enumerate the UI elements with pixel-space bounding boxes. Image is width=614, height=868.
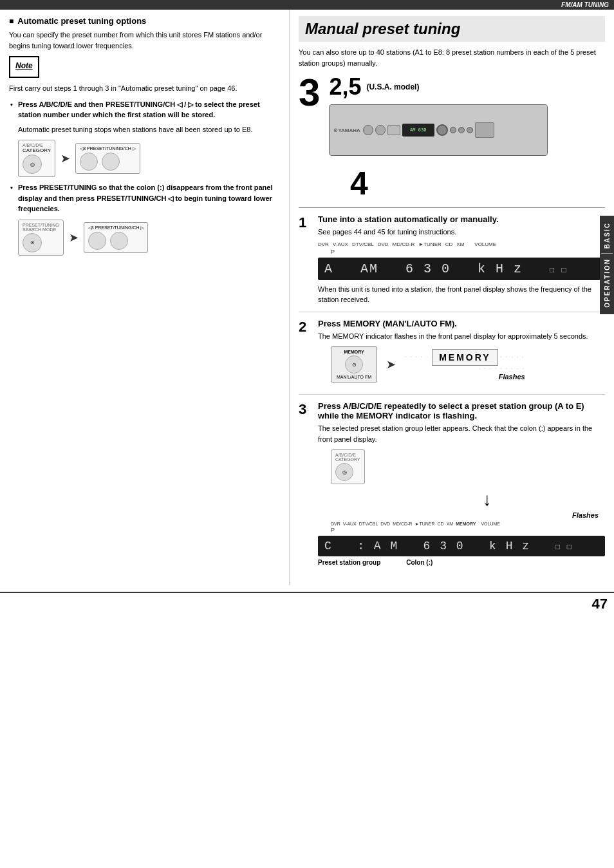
- step-3-body: The selected preset station group letter…: [318, 423, 605, 444]
- side-tab-operation: OPERATION: [604, 258, 611, 308]
- step-3-heading: Press A/B/C/D/E repeatedly to select a p…: [318, 401, 605, 420]
- diagram-box-abcde: A/B/C/D/E CATEGORY ◎: [18, 140, 55, 177]
- preset-station-caption: Preset station group: [318, 559, 380, 566]
- note-box: Note: [9, 56, 39, 78]
- step-3-preset-display: C : A M 6 3 0 k H z □ □: [318, 536, 605, 556]
- manual-preset-title: Manual preset tuning: [299, 16, 605, 42]
- main-content: Automatic preset tuning options You can …: [0, 10, 614, 585]
- step-2-content: Press MEMORY (MAN'L/AUTO FM). The MEMORY…: [318, 319, 605, 388]
- memory-display-box: MEMORY: [432, 349, 498, 366]
- step-3: 3 Press A/B/C/D/E repeatedly to select a…: [299, 401, 605, 572]
- step-2-flashes-label: Flashes: [499, 373, 525, 381]
- arrow-2: ➤: [69, 231, 79, 245]
- step-2-body: The MEMORY indicator flashes in the fron…: [318, 331, 605, 342]
- top-banner: FM/AM TUNING: [0, 0, 614, 10]
- step-1-content: Tune into a station automatically or man…: [318, 214, 605, 305]
- step-2-heading: Press MEMORY (MAN'L/AUTO FM).: [318, 319, 605, 328]
- step-3-top-labels: DVR V-AUX DTV/CBL DVD MD/CD-R ►TUNER CD …: [331, 522, 605, 526]
- receiver-diagram-top: ⊙YAMAHA AM 630: [329, 104, 548, 156]
- abcde-diagram: A/B/C/D/E CATEGORY ◎: [331, 449, 605, 484]
- memory-text: MEMORY: [439, 352, 490, 363]
- memory-button-box: MEMORY ⊙ MAN'L/AUTO FM: [331, 346, 377, 382]
- step-1-display-labels: DVR V-AUX DTV/CBL DVD MD/CD-R ►TUNER CD …: [318, 241, 605, 247]
- bullet-sub-1: Automatic preset tuning stops when stati…: [9, 124, 280, 135]
- step-num-3-large: 3: [299, 73, 320, 112]
- step-1-frequency-display: A AM 6 3 0 k H z □ □: [318, 258, 605, 280]
- side-tab: BASIC OPERATION: [600, 216, 614, 314]
- step-2: 2 Press MEMORY (MAN'L/AUTO FM). The MEMO…: [299, 319, 605, 395]
- step-3-flashes-label: Flashes: [318, 511, 599, 519]
- left-section-title: Automatic preset tuning options: [9, 16, 280, 26]
- bullet-item-2: Press PRESET/TUNING so that the colon (:…: [9, 182, 280, 214]
- bottom-bar: 47: [0, 592, 614, 615]
- step-2-number: 2: [299, 319, 312, 388]
- step-num-25: 2,5: [329, 73, 361, 100]
- banner-text: FM/AM TUNING: [561, 1, 609, 8]
- right-intro-text: You can also store up to 40 stations (A1…: [299, 47, 605, 68]
- diagram-box-preset-ch-2: ◁3 PRESET/TUNING/CH ▷: [84, 222, 149, 253]
- side-tab-basic: BASIC: [604, 222, 611, 249]
- diagram-row-2: PRESET/TUNING SEARCH MODE ⊙ ➤ ◁3 PRESET/…: [18, 220, 280, 256]
- step-3-content: Press A/B/C/D/E repeatedly to select a p…: [318, 401, 605, 566]
- abcde-button-box: A/B/C/D/E CATEGORY ◎: [331, 449, 365, 484]
- step-3-display-container: DVR V-AUX DTV/CBL DVD MD/CD-R ►TUNER CD …: [318, 522, 605, 556]
- note-title: Note: [15, 61, 33, 70]
- diagram-row-1: A/B/C/D/E CATEGORY ◎ ➤ ◁3 PRESET/TUNING/…: [18, 140, 280, 177]
- bullet-item-1: Press A/B/C/D/E and then PRESET/TUNING/C…: [9, 99, 280, 120]
- memory-diagram: MEMORY ⊙ MAN'L/AUTO FM ➤ · · · · · MEMOR…: [331, 346, 605, 382]
- step-1-body: See pages 44 and 45 for tuning instructi…: [318, 227, 605, 238]
- step-4-label: 4: [350, 165, 605, 202]
- page-number: 47: [592, 596, 608, 612]
- step-1: 1 Tune into a station automatically or m…: [299, 214, 605, 312]
- step-1-note: When this unit is tuned into a station, …: [318, 284, 605, 305]
- step-1-number: 1: [299, 214, 312, 305]
- right-column: Manual preset tuning You can also store …: [290, 10, 614, 585]
- memory-arrow: ➤: [386, 357, 396, 372]
- step-3-flashes-container: Flashes: [318, 511, 599, 519]
- diagram-box-preset-ch: ◁3 PRESET/TUNING/CH ▷: [75, 143, 140, 174]
- left-column: Automatic preset tuning options You can …: [0, 10, 290, 585]
- arrow-1: ➤: [60, 151, 70, 165]
- left-body-text: You can specify the preset number from w…: [9, 30, 280, 51]
- memory-flash-container: · · · · · MEMORY · · · · · · · · · · · ·…: [405, 349, 525, 381]
- diagram-box-preset-tuning: PRESET/TUNING SEARCH MODE ⊙: [18, 220, 64, 256]
- caption-row: Preset station group Colon (:): [318, 559, 605, 566]
- colon-caption: Colon (:): [406, 559, 433, 566]
- note-text: First carry out steps 1 through 3 in "Au…: [9, 83, 280, 94]
- step-1-heading: Tune into a station automatically or man…: [318, 214, 605, 224]
- step-3-number: 3: [299, 401, 312, 566]
- down-arrow: ↓: [369, 489, 605, 510]
- us-model-label: (U.S.A. model): [366, 82, 419, 91]
- step-1-display-container: DVR V-AUX DTV/CBL DVD MD/CD-R ►TUNER CD …: [318, 241, 605, 280]
